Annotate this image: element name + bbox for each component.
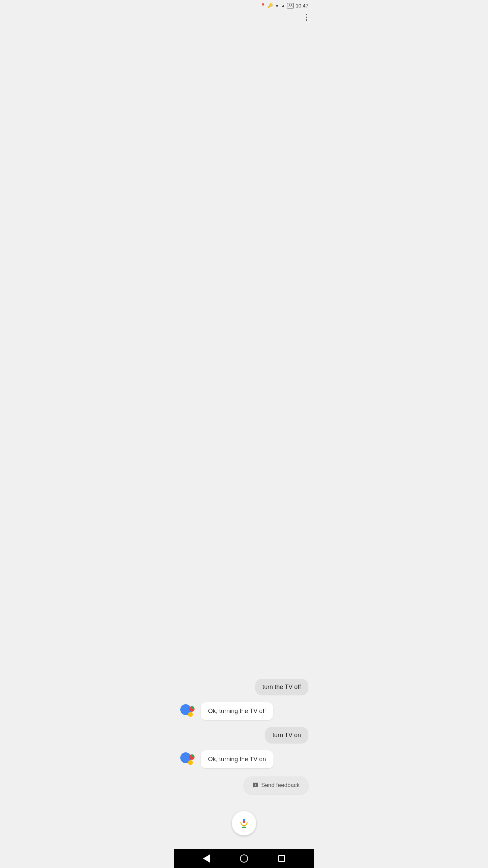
signal-icon: ▲ (281, 3, 285, 8)
assistant-bubble-2: Ok, turning the TV on (201, 750, 273, 768)
send-feedback-button[interactable]: Send feedback (244, 776, 308, 794)
microphone-icon (239, 818, 249, 829)
svg-point-2 (188, 712, 193, 717)
feedback-area: Send feedback (180, 776, 308, 794)
microphone-button[interactable] (232, 811, 256, 835)
assistant-message-text-1: Ok, turning the TV off (208, 708, 266, 714)
user-message-text-1: turn the TV off (263, 684, 301, 690)
status-time: 10:47 (296, 3, 308, 8)
dot3 (306, 19, 307, 21)
user-message-2: turn TV on (180, 727, 308, 744)
chat-area: turn the TV off Ok, turning the TV off t… (174, 25, 314, 801)
more-menu (174, 11, 314, 25)
wifi-icon: ▼ (274, 3, 279, 8)
key-icon: 🔑 (267, 3, 273, 8)
dot1 (306, 14, 307, 15)
assistant-bubble-1: Ok, turning the TV off (201, 702, 273, 720)
location-icon: 📍 (260, 3, 266, 8)
mic-area (174, 801, 314, 849)
user-bubble-1: turn the TV off (255, 679, 308, 695)
assistant-message-text-2: Ok, turning the TV on (208, 756, 266, 763)
top-spacer (180, 32, 308, 672)
back-button[interactable] (203, 854, 210, 863)
user-message-1: turn the TV off (180, 679, 308, 695)
user-message-text-2: turn TV on (272, 732, 301, 738)
assistant-logo-1 (180, 702, 197, 720)
recents-button[interactable] (278, 855, 285, 862)
svg-point-7 (191, 754, 194, 757)
assistant-message-2: Ok, turning the TV on (180, 750, 308, 768)
feedback-icon (252, 782, 259, 788)
battery-icon: 85 (287, 3, 294, 8)
send-feedback-label: Send feedback (261, 782, 300, 789)
assistant-message-1: Ok, turning the TV off (180, 702, 308, 720)
svg-point-3 (191, 706, 194, 709)
nav-bar (174, 849, 314, 868)
more-options-button[interactable] (304, 13, 308, 22)
svg-point-6 (188, 760, 193, 765)
assistant-logo-2 (180, 750, 197, 768)
home-button[interactable] (240, 854, 248, 863)
status-icons: 📍 🔑 ▼ ▲ 85 10:47 (260, 3, 308, 8)
svg-rect-9 (243, 821, 245, 823)
dot2 (306, 17, 307, 18)
status-bar: 📍 🔑 ▼ ▲ 85 10:47 (174, 0, 314, 11)
user-bubble-2: turn TV on (265, 727, 308, 744)
